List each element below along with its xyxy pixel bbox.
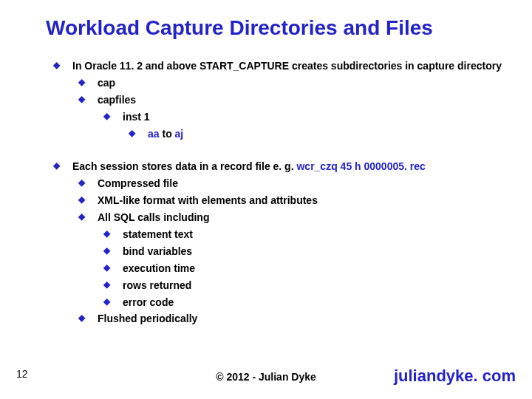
text: Compressed file <box>98 177 178 189</box>
text-session: Each session stores data in a record fil… <box>72 160 296 172</box>
bullet-sqlcalls: All SQL calls including <box>78 211 502 225</box>
bullet-compressed: Compressed file <box>78 177 502 191</box>
text: error code <box>123 296 174 308</box>
text-aj: aj <box>175 128 184 140</box>
bullet-aa-aj: aa to aj <box>129 127 502 141</box>
bullet-exec-time: execution time <box>103 262 502 276</box>
bullet-main-1: In Oracle 11. 2 and above START_CAPTURE … <box>53 59 502 73</box>
text: inst 1 <box>123 111 150 123</box>
slide-content: In Oracle 11. 2 and above START_CAPTURE … <box>53 59 502 329</box>
bullet-bind-vars: bind variables <box>103 245 502 259</box>
text-aa: aa <box>148 128 160 140</box>
bullet-xml: XML-like format with elements and attrib… <box>78 194 502 208</box>
text: Flushed periodically <box>98 313 197 324</box>
text-recfile: wcr_czq 45 h 0000005. rec <box>296 160 425 172</box>
slide: Workload Capture Directories and Files I… <box>0 0 532 399</box>
text: capfiles <box>98 94 136 106</box>
bullet-flushed: Flushed periodically <box>78 312 502 326</box>
text: XML-like format with elements and attrib… <box>98 194 318 206</box>
text: rows returned <box>123 279 191 291</box>
bullet-main-2: Each session stores data in a record fil… <box>53 160 502 174</box>
bullet-capfiles: capfiles <box>78 93 502 107</box>
text: cap <box>98 77 115 89</box>
text-to: to <box>160 128 175 140</box>
text: statement text <box>123 228 193 240</box>
text: bind variables <box>123 245 192 257</box>
bullet-stmt-text: statement text <box>103 228 502 242</box>
text: All SQL calls including <box>98 211 209 223</box>
spacer <box>53 143 502 160</box>
bullet-inst1: inst 1 <box>103 110 502 124</box>
text: In Oracle 11. 2 and above START_CAPTURE … <box>72 60 502 72</box>
site-url: juliandyke. com <box>394 366 516 386</box>
bullet-rows-ret: rows returned <box>103 279 502 293</box>
slide-title: Workload Capture Directories and Files <box>46 16 433 40</box>
bullet-cap: cap <box>78 76 502 90</box>
text: execution time <box>123 262 195 274</box>
bullet-error-code: error code <box>103 296 502 310</box>
